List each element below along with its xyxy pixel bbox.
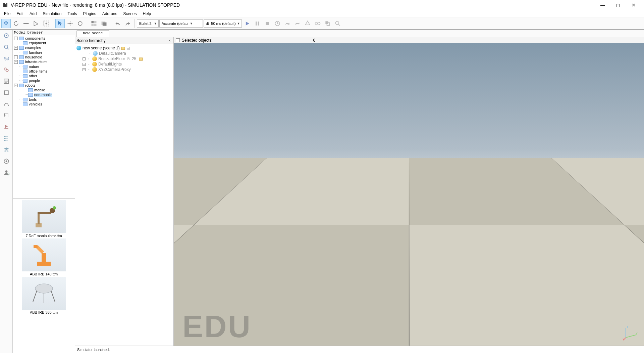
tree-item[interactable]: ⋯vehicles [13,102,75,106]
camera-rotate-button[interactable] [11,19,21,28]
scene-selector-button[interactable] [99,19,109,28]
menu-file[interactable]: File [1,11,13,17]
fit-view-button[interactable] [42,19,51,28]
svg-line-49 [51,291,55,302]
menu-plugins[interactable]: Plugins [80,11,99,17]
camera-angle-button[interactable] [32,19,41,28]
camera-shift-button[interactable] [21,19,31,28]
main-toolbar: Bullet 2.▼ Accurate (defaul▼ dt=50 ms (d… [0,17,644,30]
model-thumbnail[interactable]: ABB IRB 360.ttm [20,277,67,314]
undo-button[interactable] [113,19,122,28]
chart-icon[interactable] [126,46,130,50]
scripts-icon[interactable] [2,77,11,86]
layers-button[interactable] [323,19,332,28]
world-icon [76,46,81,50]
svg-rect-14 [256,21,257,26]
shape-edit-icon[interactable] [2,88,11,97]
tree-item[interactable]: ⋯mobile [13,88,75,92]
close-hierarchy-icon[interactable]: × [167,38,172,43]
model-thumbnail[interactable]: 7 DoF manipulator.ttm [20,200,67,238]
select-button[interactable] [55,19,65,28]
fast-sim-button[interactable] [293,19,302,28]
tree-item[interactable]: ⋯nature [13,64,75,69]
camera-pan-button[interactable] [1,19,11,28]
menu-scenes[interactable]: Scenes [121,11,140,17]
scene-hierarchy-body[interactable]: new scene (scene 1) ◦DefaultCamera+◦Resi… [75,44,173,346]
menu-addons[interactable]: Add-ons [100,11,120,17]
model-browser-icon[interactable] [2,123,11,131]
physics-engine-combo[interactable]: Bullet 2.▼ [137,19,159,28]
threaded-rendering-button[interactable] [303,19,312,28]
realtime-button[interactable] [273,19,282,28]
svg-rect-0 [3,3,5,7]
visualize-button[interactable] [313,19,322,28]
tree-item[interactable]: ⋯people [13,78,75,83]
svg-text:z: z [627,325,629,329]
minimize-button[interactable]: — [595,0,610,10]
tree-item[interactable]: ⋯equipment [13,41,75,45]
model-browser-panel: Model browser +components⋯equipment+exam… [13,30,75,353]
close-button[interactable]: ✕ [626,0,641,10]
object-shift-button[interactable] [65,19,75,28]
verify-button[interactable] [333,19,342,28]
object-rotate-button[interactable] [75,19,85,28]
menu-bar: File Edit Add Simulation Tools Plugins A… [0,10,644,17]
user-settings-icon[interactable] [2,168,11,177]
tree-item[interactable]: ⋯office items [13,69,75,74]
menu-tools[interactable]: Tools [65,11,79,17]
path-edit-icon[interactable] [2,100,11,108]
svg-rect-55 [139,58,143,60]
layers-icon[interactable] [2,145,11,154]
hierarchy-root[interactable]: new scene (scene 1) [76,45,173,51]
tree-item[interactable]: ⋯non-mobile [13,92,75,97]
calc-module-icon[interactable]: f(x) [2,54,11,63]
hierarchy-item[interactable]: +◦DefaultLights [76,61,173,67]
svg-rect-40 [38,213,40,224]
object-properties-icon[interactable] [2,43,11,51]
menu-add[interactable]: Add [27,11,39,17]
tree-item[interactable]: +components [13,36,75,41]
svg-rect-1 [5,4,6,7]
model-thumbnail[interactable]: ABB IRB 140.ttm [20,238,67,276]
scene-3d-view[interactable]: EDU z y x [174,43,644,346]
maximize-button[interactable]: ◻ [610,0,626,10]
timestep-combo[interactable]: dt=50 ms (default)▼ [204,19,242,28]
menu-edit[interactable]: Edit [14,11,26,17]
script-icon[interactable] [121,46,125,50]
hierarchy-item[interactable]: +◦ResizableFloor_5_25 [76,56,173,61]
model-thumbnails[interactable]: 7 DoF manipulator.ttmABB IRB 140.ttmABB … [13,198,75,353]
tree-item[interactable]: ⋯tools [13,97,75,102]
model-browser-tree[interactable]: +components⋯equipment+examples⋯furniture… [13,35,75,198]
simulation-settings-icon[interactable] [2,31,11,40]
tree-item[interactable]: +infrastructure [13,59,75,64]
collections-icon[interactable] [2,65,11,74]
hierarchy-item[interactable]: +◦XYZCameraProxy [76,67,173,72]
tree-item[interactable]: ⋯other [13,74,75,78]
menu-simulation[interactable]: Simulation [40,11,64,17]
stop-button[interactable] [263,19,272,28]
play-button[interactable] [243,19,252,28]
layer-toggle-icon[interactable] [176,38,180,42]
tree-item[interactable]: +examples [13,45,75,50]
dynamics-mode-combo[interactable]: Accurate (defaul▼ [159,19,203,28]
center-column: new scene Scene hierarchy × new scene (s… [75,30,644,353]
svg-point-19 [317,23,318,24]
svg-point-36 [5,161,7,162]
tree-item[interactable]: +household [13,55,75,59]
work-row: Scene hierarchy × new scene (scene 1) ◦D… [75,37,644,346]
scene-tab[interactable]: new scene [76,30,109,37]
selection-icon[interactable] [2,111,11,120]
svg-line-48 [33,291,37,302]
menu-help[interactable]: Help [140,11,154,17]
hierarchy-item[interactable]: ◦DefaultCamera [76,51,173,56]
avi-recorder-icon[interactable] [2,157,11,166]
tree-item[interactable]: -robots [13,83,75,88]
slow-sim-button[interactable] [283,19,292,28]
svg-text:y: y [636,332,638,335]
scene-hierarchy-icon[interactable] [2,134,11,143]
pause-button[interactable] [253,19,262,28]
page-selector-button[interactable] [89,19,99,28]
svg-rect-46 [34,245,38,248]
redo-button[interactable] [123,19,132,28]
tree-item[interactable]: ⋯furniture [13,50,75,55]
